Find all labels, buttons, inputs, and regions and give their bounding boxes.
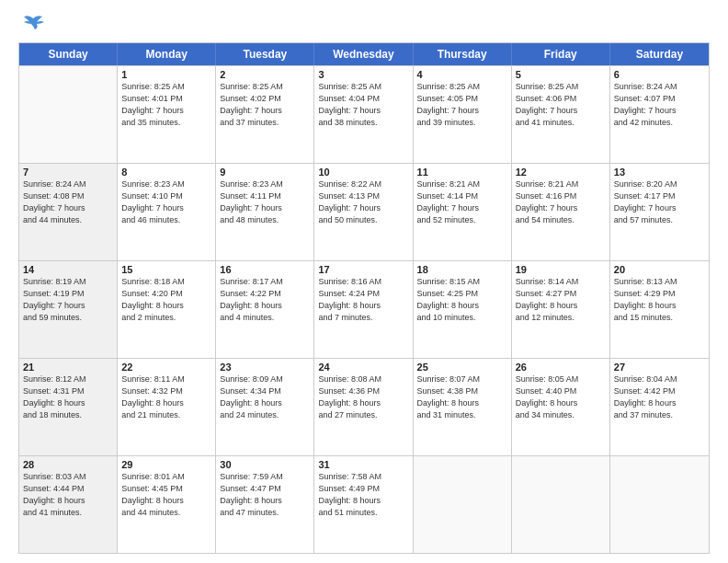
calendar-cell [610, 456, 709, 553]
calendar-week: 14Sunrise: 8:19 AM Sunset: 4:19 PM Dayli… [19, 260, 709, 358]
day-info: Sunrise: 8:15 AM Sunset: 4:25 PM Dayligh… [417, 276, 507, 324]
calendar-cell: 15Sunrise: 8:18 AM Sunset: 4:20 PM Dayli… [118, 261, 216, 358]
day-number: 19 [516, 264, 606, 275]
day-info: Sunrise: 8:01 AM Sunset: 4:45 PM Dayligh… [121, 471, 211, 519]
calendar-cell: 7Sunrise: 8:24 AM Sunset: 4:08 PM Daylig… [19, 164, 118, 260]
calendar-cell: 11Sunrise: 8:21 AM Sunset: 4:14 PM Dayli… [414, 164, 512, 260]
day-info: Sunrise: 8:04 AM Sunset: 4:42 PM Dayligh… [614, 373, 705, 421]
day-number: 5 [516, 69, 606, 80]
calendar-week: 21Sunrise: 8:12 AM Sunset: 4:31 PM Dayli… [19, 358, 709, 455]
calendar-week: 28Sunrise: 8:03 AM Sunset: 4:44 PM Dayli… [19, 455, 709, 553]
day-info: Sunrise: 8:09 AM Sunset: 4:34 PM Dayligh… [220, 373, 310, 421]
calendar-header-day: Wednesday [314, 43, 413, 65]
calendar-cell: 13Sunrise: 8:20 AM Sunset: 4:17 PM Dayli… [610, 164, 709, 260]
calendar-cell: 4Sunrise: 8:25 AM Sunset: 4:05 PM Daylig… [414, 66, 512, 163]
day-info: Sunrise: 8:11 AM Sunset: 4:32 PM Dayligh… [121, 373, 211, 421]
calendar-cell: 25Sunrise: 8:07 AM Sunset: 4:38 PM Dayli… [414, 359, 512, 455]
day-number: 3 [318, 69, 408, 80]
calendar-cell: 10Sunrise: 8:22 AM Sunset: 4:13 PM Dayli… [314, 164, 413, 260]
calendar-cell: 5Sunrise: 8:25 AM Sunset: 4:06 PM Daylig… [512, 66, 610, 163]
day-number: 28 [23, 459, 113, 470]
day-info: Sunrise: 8:16 AM Sunset: 4:24 PM Dayligh… [318, 276, 408, 324]
calendar-cell: 27Sunrise: 8:04 AM Sunset: 4:42 PM Dayli… [610, 359, 709, 455]
calendar-cell: 1Sunrise: 8:25 AM Sunset: 4:01 PM Daylig… [118, 66, 216, 163]
day-info: Sunrise: 8:05 AM Sunset: 4:40 PM Dayligh… [516, 373, 606, 421]
day-info: Sunrise: 8:21 AM Sunset: 4:14 PM Dayligh… [417, 178, 507, 226]
calendar-cell: 29Sunrise: 8:01 AM Sunset: 4:45 PM Dayli… [118, 456, 216, 553]
calendar-cell: 22Sunrise: 8:11 AM Sunset: 4:32 PM Dayli… [118, 359, 216, 455]
calendar-cell: 18Sunrise: 8:15 AM Sunset: 4:25 PM Dayli… [414, 261, 512, 358]
calendar-header-day: Sunday [19, 43, 118, 65]
day-info: Sunrise: 8:14 AM Sunset: 4:27 PM Dayligh… [516, 276, 606, 324]
day-number: 18 [417, 264, 507, 275]
logo [18, 15, 46, 35]
day-number: 8 [121, 167, 211, 178]
page: SundayMondayTuesdayWednesdayThursdayFrid… [0, 0, 728, 563]
calendar-cell: 12Sunrise: 8:21 AM Sunset: 4:16 PM Dayli… [512, 164, 610, 260]
calendar-cell: 21Sunrise: 8:12 AM Sunset: 4:31 PM Dayli… [19, 359, 118, 455]
calendar-header-day: Friday [512, 43, 610, 65]
day-info: Sunrise: 8:24 AM Sunset: 4:08 PM Dayligh… [23, 178, 113, 226]
calendar-cell: 30Sunrise: 7:59 AM Sunset: 4:47 PM Dayli… [216, 456, 314, 553]
day-info: Sunrise: 8:18 AM Sunset: 4:20 PM Dayligh… [121, 276, 211, 324]
calendar-cell: 3Sunrise: 8:25 AM Sunset: 4:04 PM Daylig… [314, 66, 413, 163]
day-number: 20 [614, 264, 705, 275]
day-number: 25 [417, 362, 507, 373]
day-info: Sunrise: 8:22 AM Sunset: 4:13 PM Dayligh… [318, 178, 408, 226]
calendar-cell: 31Sunrise: 7:58 AM Sunset: 4:49 PM Dayli… [314, 456, 413, 553]
day-info: Sunrise: 8:19 AM Sunset: 4:19 PM Dayligh… [23, 276, 113, 324]
day-info: Sunrise: 8:25 AM Sunset: 4:05 PM Dayligh… [417, 81, 507, 129]
day-number: 4 [417, 69, 507, 80]
day-number: 12 [516, 167, 606, 178]
day-info: Sunrise: 8:25 AM Sunset: 4:06 PM Dayligh… [516, 81, 606, 129]
calendar-header-day: Tuesday [216, 43, 314, 65]
day-number: 15 [121, 264, 211, 275]
day-number: 6 [614, 69, 705, 80]
day-number: 7 [23, 167, 113, 178]
calendar-week: 7Sunrise: 8:24 AM Sunset: 4:08 PM Daylig… [19, 163, 709, 260]
calendar-cell: 8Sunrise: 8:23 AM Sunset: 4:10 PM Daylig… [118, 164, 216, 260]
day-number: 17 [318, 264, 408, 275]
calendar-cell: 17Sunrise: 8:16 AM Sunset: 4:24 PM Dayli… [314, 261, 413, 358]
day-number: 1 [121, 69, 211, 80]
day-info: Sunrise: 8:25 AM Sunset: 4:01 PM Dayligh… [121, 81, 211, 129]
header [18, 15, 710, 35]
day-info: Sunrise: 8:03 AM Sunset: 4:44 PM Dayligh… [23, 471, 113, 519]
calendar-cell: 20Sunrise: 8:13 AM Sunset: 4:29 PM Dayli… [610, 261, 709, 358]
day-number: 23 [220, 362, 310, 373]
day-number: 9 [220, 167, 310, 178]
calendar-cell: 2Sunrise: 8:25 AM Sunset: 4:02 PM Daylig… [216, 66, 314, 163]
day-info: Sunrise: 7:59 AM Sunset: 4:47 PM Dayligh… [220, 471, 310, 519]
day-info: Sunrise: 8:12 AM Sunset: 4:31 PM Dayligh… [23, 373, 113, 421]
day-info: Sunrise: 8:08 AM Sunset: 4:36 PM Dayligh… [318, 373, 408, 421]
calendar-cell: 19Sunrise: 8:14 AM Sunset: 4:27 PM Dayli… [512, 261, 610, 358]
calendar-cell: 23Sunrise: 8:09 AM Sunset: 4:34 PM Dayli… [216, 359, 314, 455]
day-info: Sunrise: 8:20 AM Sunset: 4:17 PM Dayligh… [614, 178, 705, 226]
day-info: Sunrise: 8:21 AM Sunset: 4:16 PM Dayligh… [516, 178, 606, 226]
day-number: 24 [318, 362, 408, 373]
calendar-header: SundayMondayTuesdayWednesdayThursdayFrid… [19, 43, 709, 65]
day-info: Sunrise: 7:58 AM Sunset: 4:49 PM Dayligh… [318, 471, 408, 519]
logo-bird-icon [20, 15, 46, 35]
calendar-week: 1Sunrise: 8:25 AM Sunset: 4:01 PM Daylig… [19, 65, 709, 163]
calendar-cell: 14Sunrise: 8:19 AM Sunset: 4:19 PM Dayli… [19, 261, 118, 358]
calendar-cell: 6Sunrise: 8:24 AM Sunset: 4:07 PM Daylig… [610, 66, 709, 163]
day-number: 27 [614, 362, 705, 373]
calendar-cell: 26Sunrise: 8:05 AM Sunset: 4:40 PM Dayli… [512, 359, 610, 455]
day-number: 14 [23, 264, 113, 275]
day-number: 13 [614, 167, 705, 178]
calendar-header-day: Thursday [414, 43, 512, 65]
calendar: SundayMondayTuesdayWednesdayThursdayFrid… [18, 42, 710, 554]
day-info: Sunrise: 8:23 AM Sunset: 4:10 PM Dayligh… [121, 178, 211, 226]
calendar-body: 1Sunrise: 8:25 AM Sunset: 4:01 PM Daylig… [19, 65, 709, 553]
calendar-header-day: Monday [118, 43, 216, 65]
calendar-cell [512, 456, 610, 553]
day-info: Sunrise: 8:23 AM Sunset: 4:11 PM Dayligh… [220, 178, 310, 226]
day-info: Sunrise: 8:07 AM Sunset: 4:38 PM Dayligh… [417, 373, 507, 421]
day-number: 29 [121, 459, 211, 470]
day-number: 22 [121, 362, 211, 373]
calendar-cell: 28Sunrise: 8:03 AM Sunset: 4:44 PM Dayli… [19, 456, 118, 553]
calendar-header-day: Saturday [610, 43, 709, 65]
day-info: Sunrise: 8:24 AM Sunset: 4:07 PM Dayligh… [614, 81, 705, 129]
calendar-cell [19, 66, 118, 163]
